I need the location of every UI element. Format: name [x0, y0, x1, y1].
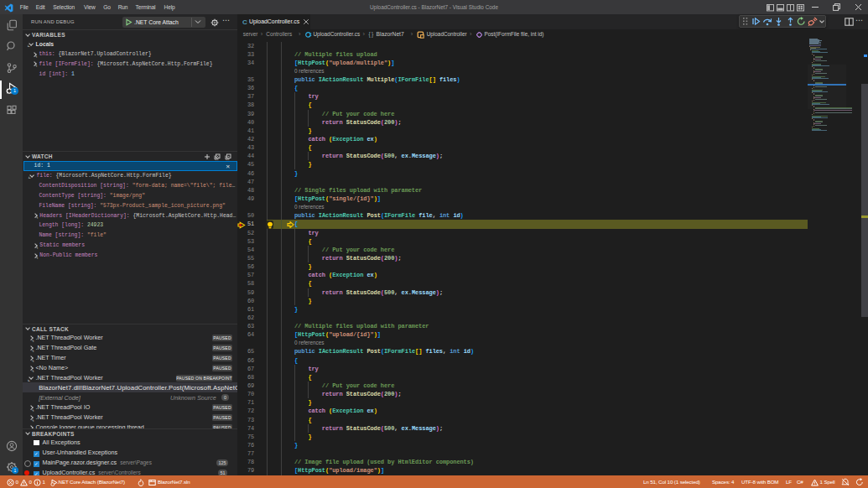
svg-text:C: C [242, 18, 247, 26]
